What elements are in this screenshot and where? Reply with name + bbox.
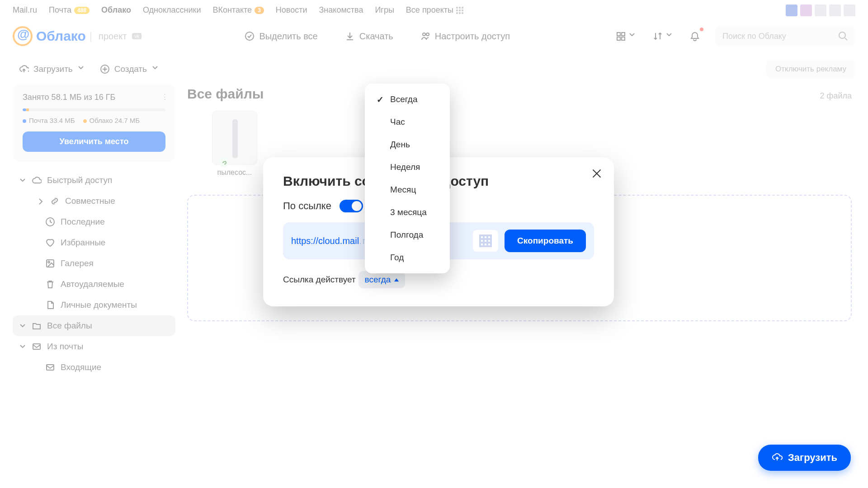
validity-dropdown: Всегда Час День Неделя Месяц 3 месяца По… <box>365 84 450 273</box>
dd-item-month[interactable]: Месяц <box>365 178 450 201</box>
dd-item-always[interactable]: Всегда <box>365 88 450 111</box>
dd-item-year[interactable]: Год <box>365 246 450 269</box>
validity-selector[interactable]: всегда <box>359 271 406 288</box>
close-button[interactable] <box>590 167 603 180</box>
dd-item-hour[interactable]: Час <box>365 111 450 133</box>
copy-button[interactable]: Скопировать <box>505 230 586 252</box>
upload-fab[interactable]: Загрузить <box>758 445 851 471</box>
link-toggle[interactable] <box>340 200 363 212</box>
dd-item-day[interactable]: День <box>365 133 450 156</box>
by-link-label: По ссылке <box>283 200 331 212</box>
dd-item-week[interactable]: Неделя <box>365 156 450 178</box>
cloud-upload-icon <box>772 452 783 463</box>
qr-code-icon[interactable] <box>473 230 498 252</box>
dd-item-3months[interactable]: 3 месяца <box>365 201 450 224</box>
valid-label: Ссылка действует <box>283 275 356 285</box>
triangle-up-icon <box>394 278 399 282</box>
dd-item-halfyear[interactable]: Полгода <box>365 224 450 246</box>
